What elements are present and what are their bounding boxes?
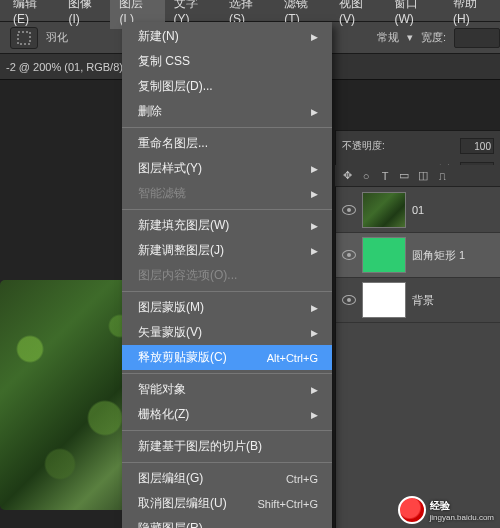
feather-label: 羽化 [46,30,68,45]
menu-item[interactable]: 释放剪贴蒙版(C)Alt+Ctrl+G [122,345,332,370]
submenu-arrow-icon: ▶ [311,328,318,338]
submenu-arrow-icon: ▶ [311,385,318,395]
width-input[interactable] [454,28,500,48]
menu-item-label: 取消图层编组(U) [138,495,227,512]
layer-row[interactable]: 背景 [336,278,500,323]
submenu-arrow-icon: ▶ [311,164,318,174]
move-icon[interactable]: ✥ [339,168,355,184]
circle-icon[interactable]: ○ [358,168,374,184]
visibility-eye-icon[interactable] [342,250,356,260]
menu-item-label: 图层蒙版(M) [138,299,204,316]
menu-item[interactable]: 新建基于图层的切片(B) [122,434,332,459]
submenu-arrow-icon: ▶ [311,410,318,420]
menu-item-label: 新建(N) [138,28,179,45]
layer-thumbnail [362,282,406,318]
menu-item-label: 图层样式(Y) [138,160,202,177]
layers-panel: 不透明度: 🔒 ◧ ✥ ■ 填充: 01圆角矩形 1背景 [335,130,500,528]
menu-separator [122,209,332,210]
menu-window[interactable]: 窗口(W) [385,0,444,29]
menu-item-label: 删除 [138,103,162,120]
menu-item[interactable]: 重命名图层... [122,131,332,156]
menu-item[interactable]: 智能对象▶ [122,377,332,402]
submenu-arrow-icon: ▶ [311,107,318,117]
menu-item-label: 图层编组(G) [138,470,203,487]
menu-separator [122,127,332,128]
menu-item-label: 复制图层(D)... [138,78,213,95]
menu-item-label: 智能滤镜 [138,185,186,202]
menu-item: 图层内容选项(O)... [122,263,332,288]
chevron-down-icon[interactable]: ▾ [407,31,413,44]
submenu-arrow-icon: ▶ [311,303,318,313]
menu-item[interactable]: 图层样式(Y)▶ [122,156,332,181]
visibility-eye-icon[interactable] [342,205,356,215]
layer-thumbnail [362,192,406,228]
menu-item[interactable]: 删除▶ [122,99,332,124]
svg-rect-0 [18,32,30,44]
menu-item-label: 矢量蒙版(V) [138,324,202,341]
layer-row[interactable]: 01 [336,188,500,233]
menu-image[interactable]: 图像(I) [59,0,110,29]
layer-thumbnail [362,237,406,273]
menu-item[interactable]: 复制 CSS [122,49,332,74]
layer-row[interactable]: 圆角矩形 1 [336,233,500,278]
menu-item[interactable]: 图层蒙版(M)▶ [122,295,332,320]
width-label: 宽度: [421,30,446,45]
menubar: 编辑(E) 图像(I) 图层(L) 文字(Y) 选择(S) 滤镜(T) 视图(V… [0,0,500,22]
baidu-logo-icon [398,496,426,524]
menu-separator [122,462,332,463]
menu-item[interactable]: 取消图层编组(U)Shift+Ctrl+G [122,491,332,516]
submenu-arrow-icon: ▶ [311,221,318,231]
menu-separator [122,291,332,292]
fx-icon[interactable]: ⎍ [434,168,450,184]
layer-list: 01圆角矩形 1背景 [336,188,500,323]
menu-item-label: 图层内容选项(O)... [138,267,237,284]
watermark-url: jingyan.baidu.com [430,513,494,522]
menu-item[interactable]: 隐藏图层(R) [122,516,332,528]
menu-item[interactable]: 矢量蒙版(V)▶ [122,320,332,345]
style-label: 常规 [377,30,399,45]
layer-name: 01 [412,204,494,216]
menu-shortcut: Shift+Ctrl+G [257,498,318,510]
opacity-label: 不透明度: [342,139,385,153]
opacity-input[interactable] [460,138,494,154]
layer-name: 背景 [412,293,494,308]
menu-item-label: 栅格化(Z) [138,406,189,423]
shape-icon[interactable]: ▭ [396,168,412,184]
menu-item-label: 新建调整图层(J) [138,242,224,259]
path-icon[interactable]: ◫ [415,168,431,184]
watermark: 经验 jingyan.baidu.com [398,496,494,524]
menu-item-label: 新建基于图层的切片(B) [138,438,262,455]
menu-view[interactable]: 视图(V) [330,0,385,29]
menu-item[interactable]: 栅格化(Z)▶ [122,402,332,427]
document-tab[interactable]: -2 @ 200% (01, RGB/8) [6,61,123,73]
marquee-tool-icon[interactable] [10,27,38,49]
menu-item-label: 重命名图层... [138,135,208,152]
panel-iconbar: ✥ ○ T ▭ ◫ ⎍ [335,165,500,187]
menu-edit[interactable]: 编辑(E) [4,0,59,29]
menu-help[interactable]: 帮助(H) [444,0,500,29]
menu-item[interactable]: 新建(N)▶ [122,24,332,49]
type-icon[interactable]: T [377,168,393,184]
submenu-arrow-icon: ▶ [311,32,318,42]
menu-item-label: 新建填充图层(W) [138,217,229,234]
menu-item: 智能滤镜▶ [122,181,332,206]
menu-item-label: 智能对象 [138,381,186,398]
menu-shortcut: Alt+Ctrl+G [267,352,318,364]
watermark-text: 经验 [430,499,494,513]
layer-name: 圆角矩形 1 [412,248,494,263]
menu-shortcut: Ctrl+G [286,473,318,485]
menu-item-label: 隐藏图层(R) [138,520,203,528]
menu-item-label: 释放剪贴蒙版(C) [138,349,227,366]
menu-item[interactable]: 新建填充图层(W)▶ [122,213,332,238]
menu-item-label: 复制 CSS [138,53,190,70]
visibility-eye-icon[interactable] [342,295,356,305]
menu-item[interactable]: 复制图层(D)... [122,74,332,99]
menu-separator [122,373,332,374]
menu-item[interactable]: 图层编组(G)Ctrl+G [122,466,332,491]
submenu-arrow-icon: ▶ [311,189,318,199]
menu-separator [122,430,332,431]
submenu-arrow-icon: ▶ [311,246,318,256]
menu-item[interactable]: 新建调整图层(J)▶ [122,238,332,263]
layer-menu: 新建(N)▶复制 CSS复制图层(D)...删除▶重命名图层...图层样式(Y)… [122,22,332,528]
